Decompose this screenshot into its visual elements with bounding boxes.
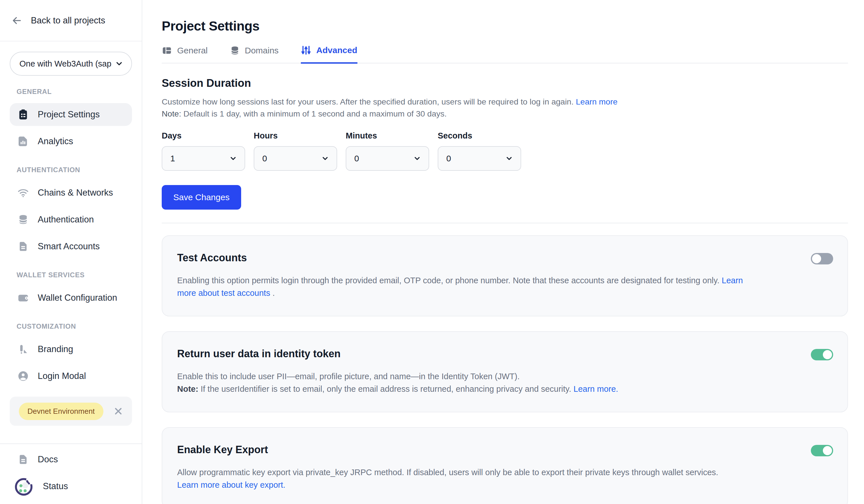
chevron-down-icon [505, 155, 513, 162]
arrow-left-icon [11, 15, 23, 27]
learn-more-link[interactable]: Learn more. [573, 384, 618, 393]
cookie-status-icon [13, 475, 35, 497]
seconds-select[interactable]: 0 [438, 146, 521, 171]
days-value: 1 [170, 153, 175, 163]
section-label-general: GENERAL [16, 88, 132, 96]
card-description: Enabling this option permits login throu… [177, 274, 746, 299]
learn-more-link[interactable]: Learn more [576, 97, 618, 106]
sidebar-item-authentication[interactable]: Authentication [10, 208, 132, 231]
session-duration-heading: Session Duration [162, 77, 848, 89]
sidebar-item-label: Branding [38, 344, 73, 354]
sidebar-item-chains-networks[interactable]: Chains & Networks [10, 181, 132, 204]
database-icon [16, 213, 30, 226]
footer-divider [0, 443, 142, 444]
minutes-value: 0 [354, 153, 359, 163]
chevron-down-icon [321, 155, 329, 162]
duration-days: Days 1 [162, 131, 245, 171]
test-accounts-toggle[interactable] [811, 253, 833, 265]
save-changes-button[interactable]: Save Changes [162, 185, 241, 210]
hours-label: Hours [254, 131, 337, 140]
app-window: Back to all projects One with Web3Auth (… [0, 0, 864, 504]
days-select[interactable]: 1 [162, 146, 245, 171]
sidebar-item-docs[interactable]: Docs [10, 448, 132, 471]
document-icon [16, 240, 30, 253]
card-description: Enable this to include user PII—email, p… [177, 370, 832, 395]
sidebar-item-label: Chains & Networks [38, 188, 113, 198]
session-duration-description: Customize how long sessions last for you… [162, 96, 848, 120]
sidebar-item-label: Authentication [38, 214, 94, 225]
duration-minutes: Minutes 0 [346, 131, 429, 171]
seconds-value: 0 [446, 153, 451, 163]
card-title: Return user data in identity token [177, 348, 832, 360]
note-text: Default is 1 day, with a minimum of 1 se… [181, 109, 446, 118]
sidebar-item-label: Login Modal [38, 371, 86, 381]
section-label-customization: CUSTOMIZATION [16, 322, 132, 330]
duration-hours: Hours 0 [254, 131, 337, 171]
description-line1: Allow programmatic key export via privat… [177, 468, 718, 477]
page-title: Project Settings [162, 18, 848, 34]
section-label-wallet-services: WALLET SERVICES [16, 271, 132, 279]
card-title: Test Accounts [177, 252, 832, 264]
seconds-label: Seconds [438, 131, 521, 140]
tab-domains[interactable]: Domains [230, 45, 278, 63]
sidebar-item-login-modal[interactable]: Login Modal [10, 365, 132, 388]
identity-token-card: Return user data in identity token Enabl… [162, 331, 848, 412]
project-selector-value: One with Web3Auth (sap [20, 59, 115, 69]
hours-select[interactable]: 0 [254, 146, 337, 171]
sliders-arrows-icon [301, 45, 311, 56]
tab-advanced[interactable]: Advanced [301, 45, 357, 64]
sidebar-item-analytics[interactable]: Analytics [10, 130, 132, 153]
key-export-toggle[interactable] [811, 445, 833, 456]
sidebar-item-label: Project Settings [38, 109, 100, 120]
sidebar-item-label: Analytics [38, 136, 73, 147]
docs-file-icon [16, 453, 30, 466]
sidebar-item-project-settings[interactable]: Project Settings [10, 103, 132, 126]
tab-label: Domains [245, 46, 278, 56]
test-accounts-card: Test Accounts Enabling this option permi… [162, 235, 848, 316]
duration-controls: Days 1 Hours 0 Minutes 0 [162, 131, 848, 171]
back-to-projects-button[interactable]: Back to all projects [0, 0, 142, 41]
sidebar-footer: Docs Status [0, 443, 142, 504]
close-icon[interactable] [114, 407, 123, 416]
table-grid-icon [162, 46, 172, 56]
duration-seconds: Seconds 0 [438, 131, 521, 171]
description-text: Customize how long sessions last for you… [162, 97, 576, 106]
note-label: Note: [177, 384, 198, 393]
card-title: Enable Key Export [177, 444, 832, 456]
sidebar-item-label: Docs [38, 454, 58, 465]
hours-value: 0 [262, 153, 267, 163]
identity-token-toggle[interactable] [811, 349, 833, 360]
toggle-knob [823, 350, 832, 359]
clipboard-icon [16, 108, 30, 121]
project-selector-dropdown[interactable]: One with Web3Auth (sap [10, 52, 132, 76]
learn-more-key-export-link[interactable]: Learn more about key export. [177, 480, 285, 489]
minutes-label: Minutes [346, 131, 429, 140]
database-icon [230, 46, 240, 56]
tab-general[interactable]: General [162, 45, 208, 63]
note-label: Note: [162, 109, 181, 118]
chevron-down-icon [229, 155, 237, 162]
sidebar-item-status[interactable]: Status [10, 475, 132, 498]
section-label-authentication: AUTHENTICATION [16, 166, 132, 174]
chevron-down-icon [115, 59, 123, 68]
key-export-card: Enable Key Export Allow programmatic key… [162, 427, 848, 504]
toggle-knob [823, 446, 832, 455]
main-content: Project Settings General Domains [142, 0, 864, 504]
sidebar-item-wallet-configuration[interactable]: Wallet Configuration [10, 286, 132, 309]
sidebar-item-smart-accounts[interactable]: Smart Accounts [10, 235, 132, 258]
wallet-icon [16, 291, 30, 304]
section-divider [162, 223, 848, 223]
user-circle-icon [16, 369, 30, 383]
sidebar-item-label: Smart Accounts [38, 241, 100, 251]
minutes-select[interactable]: 0 [346, 146, 429, 171]
description-text: Enabling this option permits login throu… [177, 276, 722, 285]
sidebar-item-label: Status [43, 481, 68, 491]
toggle-knob [812, 254, 821, 263]
sidebar-item-branding[interactable]: Branding [10, 338, 132, 361]
chevron-down-icon [413, 155, 421, 162]
card-description: Allow programmatic key export via privat… [177, 466, 832, 491]
back-label: Back to all projects [31, 15, 105, 26]
note-text: If the userIdentifier is set to email, o… [198, 384, 573, 393]
sidebar-body: One with Web3Auth (sap GENERAL Project S… [0, 41, 142, 443]
sidebar: Back to all projects One with Web3Auth (… [0, 0, 142, 504]
